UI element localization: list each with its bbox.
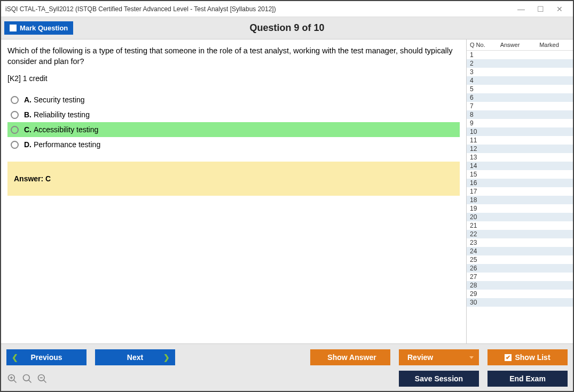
question-list-panel: Q No. Answer Marked 12345678910111213141… [466,39,573,343]
list-row[interactable]: 4 [467,76,573,85]
row-number: 7 [470,102,491,110]
list-row[interactable]: 7 [467,102,573,110]
check-icon: ✔ [505,354,512,361]
list-row[interactable]: 12 [467,145,573,153]
titlebar: iSQI CTAL-TA_Syll2012 (ISTQB Certified T… [1,1,573,17]
list-row[interactable]: 11 [467,136,573,145]
option-label: B. Reliability testing [24,110,90,119]
row-number: 28 [470,282,491,289]
next-button[interactable]: Next ❯ [95,349,175,365]
header-bar: Mark Question Question 9 of 10 [1,17,573,39]
maximize-button[interactable]: ☐ [536,4,545,14]
show-answer-label: Show Answer [327,353,376,362]
row-number: 29 [470,290,491,298]
show-answer-button[interactable]: Show Answer [310,349,390,365]
radio-icon[interactable] [11,126,19,134]
list-row[interactable]: 23 [467,238,573,247]
footer-row-1: ❮ Previous Next ❯ Show Answer Review ✔ S… [6,349,568,365]
row-number: 10 [470,128,491,135]
save-session-label: Save Session [415,374,463,383]
option-label: D. Performance testing [24,140,100,149]
question-text: Which of the following is a type of test… [7,46,460,67]
footer: ❮ Previous Next ❯ Show Answer Review ✔ S… [1,343,573,391]
previous-button[interactable]: ❮ Previous [6,349,87,365]
zoom-in-icon[interactable] [6,373,18,385]
option-row[interactable]: A. Security testing [7,92,460,107]
list-row[interactable]: 17 [467,187,573,196]
list-row[interactable]: 26 [467,264,573,273]
row-number: 18 [470,196,491,204]
list-row[interactable]: 1 [467,51,573,59]
show-list-label: Show List [515,353,550,362]
row-number: 12 [470,145,491,153]
row-number: 8 [470,111,491,118]
previous-label: Previous [30,353,62,362]
zoom-out-icon[interactable] [36,373,48,385]
save-session-button[interactable]: Save Session [399,371,479,387]
radio-icon[interactable] [11,111,19,119]
list-row[interactable]: 2 [467,59,573,68]
list-row[interactable]: 28 [467,281,573,290]
radio-icon[interactable] [11,141,19,149]
row-number: 19 [470,205,491,212]
body-area: Which of the following is a type of test… [1,39,573,343]
col-header-qno: Q No. [470,42,491,48]
question-meta: [K2] 1 credit [7,74,460,83]
list-row[interactable]: 25 [467,255,573,264]
list-row[interactable]: 16 [467,179,573,187]
svg-line-7 [44,380,46,383]
zoom-reset-icon[interactable] [21,373,33,385]
review-label: Review [407,353,433,362]
row-number: 3 [470,68,491,76]
list-row[interactable]: 29 [467,290,573,298]
list-row[interactable]: 6 [467,93,573,102]
mark-question-label: Mark Question [20,24,68,32]
chevron-right-icon: ❯ [163,353,170,362]
list-row[interactable]: 18 [467,196,573,204]
list-row[interactable]: 8 [467,110,573,119]
list-row[interactable]: 19 [467,204,573,213]
minimize-button[interactable]: — [516,4,526,14]
list-row[interactable]: 10 [467,127,573,136]
answer-box: Answer: C [7,162,460,196]
show-list-button[interactable]: ✔ Show List [487,349,568,365]
list-row[interactable]: 14 [467,162,573,170]
list-row[interactable]: 3 [467,68,573,76]
row-number: 27 [470,273,491,281]
row-number: 13 [470,154,491,161]
option-row[interactable]: B. Reliability testing [7,107,460,122]
option-row[interactable]: C. Accessibility testing [7,122,460,137]
row-number: 4 [470,77,491,84]
footer-row-2: Save Session End Exam [6,371,568,387]
row-number: 15 [470,171,491,178]
list-row[interactable]: 30 [467,298,573,307]
radio-icon[interactable] [11,96,19,104]
mark-question-button[interactable]: Mark Question [4,21,73,35]
next-label: Next [127,353,143,362]
checkbox-icon [10,25,17,31]
list-row[interactable]: 15 [467,170,573,179]
row-number: 26 [470,265,491,272]
list-row[interactable]: 9 [467,119,573,127]
end-exam-label: End Exam [509,374,546,383]
question-list-header: Q No. Answer Marked [467,39,573,51]
list-row[interactable]: 13 [467,153,573,162]
list-row[interactable]: 24 [467,247,573,255]
question-list-body[interactable]: 1234567891011121314151617181920212223242… [467,51,573,343]
list-row[interactable]: 20 [467,213,573,221]
svg-point-4 [23,375,30,381]
row-number: 16 [470,179,491,187]
row-number: 21 [470,222,491,229]
option-row[interactable]: D. Performance testing [7,137,460,152]
list-row[interactable]: 22 [467,230,573,238]
row-number: 24 [470,247,491,255]
list-row[interactable]: 21 [467,221,573,230]
list-row[interactable]: 27 [467,273,573,281]
option-label: A. Security testing [24,95,85,104]
close-button[interactable]: ✕ [555,4,564,14]
svg-line-5 [29,380,32,383]
list-row[interactable]: 5 [467,85,573,93]
end-exam-button[interactable]: End Exam [487,371,568,387]
window-title: iSQI CTAL-TA_Syll2012 (ISTQB Certified T… [5,5,516,13]
review-button[interactable]: Review [399,349,479,365]
